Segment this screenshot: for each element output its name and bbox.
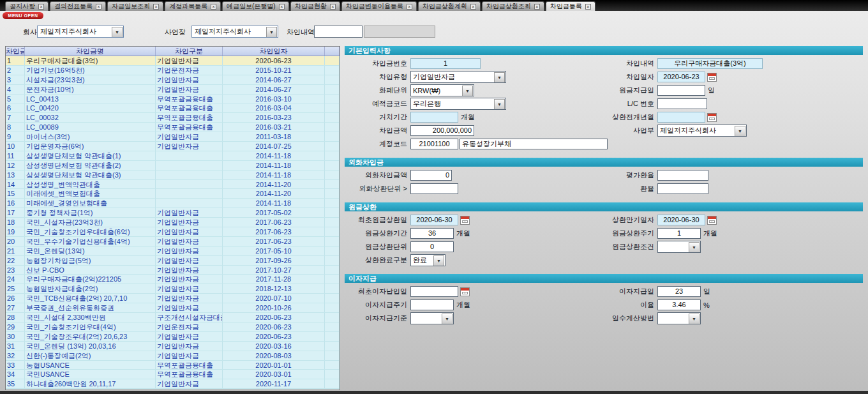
table-row[interactable]: 33농협USANCE무역포괄금융대출2020-01-01 xyxy=(6,361,340,370)
tab-close-icon[interactable]: × xyxy=(407,4,412,10)
tab-close-icon[interactable]: × xyxy=(38,4,44,10)
calendar-icon[interactable] xyxy=(460,216,470,225)
table-row[interactable]: 13삼성생명단체보험 약관대출(3)2014-11-18 xyxy=(6,170,340,180)
currency-select[interactable]: KRW(₩) xyxy=(410,84,474,96)
repay-condition-select[interactable] xyxy=(657,241,701,253)
tab-자금일보조회[interactable]: 자금일보조회× xyxy=(107,1,163,11)
interest-rate-input[interactable]: 3.46 xyxy=(657,299,701,310)
table-row[interactable]: 29국민_기술창조기업우대(4억)기업운전자금2020-06-23 xyxy=(6,322,340,332)
table-row[interactable]: 10기업운영자금(6억)기업일반자금2014-07-25 xyxy=(6,142,340,151)
pre-repay-ym-input[interactable] xyxy=(657,112,705,123)
repay-complete-select[interactable]: 완료 xyxy=(410,254,445,266)
table-row[interactable]: 31국민_온렌딩 (13억) 20,03,16기업일반자금2020-03-16 xyxy=(6,342,340,351)
deposit-code-select[interactable]: 우리은행 xyxy=(410,98,506,110)
calendar-icon[interactable] xyxy=(707,216,717,225)
table-row[interactable]: 17중기청 정책자금(1억)기업일반자금2017-05-02 xyxy=(6,208,340,218)
tab-차입금변동이율등록[interactable]: 차입금변동이율등록× xyxy=(341,1,417,11)
table-row[interactable]: 15미래에셋_변액보험대출2014-11-20 xyxy=(6,189,340,199)
tab-close-icon[interactable]: × xyxy=(96,4,101,10)
table-row[interactable]: 18국민_시설자금(23억3천)기업일반자금2017-06-23 xyxy=(6,218,340,227)
loan-date-input[interactable]: 2020-06-23 xyxy=(657,72,705,82)
loan-desc-input[interactable]: 우리구매자금대출(3억) xyxy=(657,58,763,69)
grid-header-name[interactable]: 차입금명 xyxy=(25,47,156,56)
day-count-method-select[interactable] xyxy=(657,312,701,324)
division-select[interactable]: 제일저지주식회사 xyxy=(657,125,747,137)
lc-no-input[interactable] xyxy=(657,98,707,109)
account-code-input[interactable]: 21001100 xyxy=(410,139,458,149)
table-row[interactable]: 2기업기보(16억5천)기업운전자금2015-10-21 xyxy=(6,66,340,75)
repay-unit-input[interactable]: 0 xyxy=(410,241,454,252)
table-row[interactable]: 6LC_00420무역포괄금융대출2016-03-04 xyxy=(6,103,340,113)
table-row[interactable]: 26국민_TCB신용대출(2억) 20,7,10기업일반자금2020-07-10 xyxy=(6,294,340,303)
menu-open-button[interactable]: MENU OPEN xyxy=(3,12,43,19)
table-row[interactable]: 25농협일반자금대출(2억)기업일반자금2018-12-13 xyxy=(6,284,340,294)
table-row[interactable]: 32신한(-)통장예금(2억)기업일반자금2020-08-03 xyxy=(6,351,340,361)
table-row[interactable]: 14삼성생명_변액약관대출2014-11-20 xyxy=(6,180,340,190)
tab-차입금현황[interactable]: 차입금현황× xyxy=(290,1,340,11)
interest-cycle-input[interactable] xyxy=(410,299,454,310)
loan-no-input[interactable]: 1 xyxy=(410,58,481,69)
tab-계정과목등록[interactable]: 계정과목등록× xyxy=(165,1,221,11)
calendar-icon[interactable] xyxy=(707,113,717,122)
grid-header-type[interactable]: 차입구분 xyxy=(156,47,223,56)
table-row[interactable]: 8LC_00089무역포괄금융대출2016-03-21 xyxy=(6,123,340,132)
repay-cycle-input[interactable]: 1 xyxy=(657,228,701,239)
tab-예금일보(은행별)[interactable]: 예금일보(은행별)× xyxy=(222,1,289,11)
table-row[interactable]: 9마이너스(3억)기업일반자금2011-03-18 xyxy=(6,132,340,142)
interest-day-input[interactable]: 23 xyxy=(657,286,701,297)
tab-close-icon[interactable]: × xyxy=(279,4,285,10)
site-select[interactable]: 제일저지주식회사 xyxy=(191,26,278,38)
tab-close-icon[interactable]: × xyxy=(330,4,336,10)
tab-차입금등록[interactable]: 차입금등록× xyxy=(546,1,595,11)
table-row[interactable]: 28국민_시설대 2,330백만원구조개선시설자금대출2020-06-23 xyxy=(6,313,340,322)
table-row[interactable]: 34국민USANCE무역포괄금융대출2020-03-01 xyxy=(6,370,340,379)
table-row[interactable]: 22농협장기차입금(5억)기업일반자금2017-09-26 xyxy=(6,256,340,266)
table-row[interactable]: 7LC_00032무역포괄금융대출2016-03-23 xyxy=(6,113,340,123)
loan-amount-input[interactable]: 200,000,000 xyxy=(410,125,474,136)
table-row[interactable]: 21국민_온렌딩(13억)기업일반자금2017-05-10 xyxy=(6,246,340,256)
tab-close-icon[interactable]: × xyxy=(211,4,216,10)
fx-repay-unit-input[interactable] xyxy=(410,183,458,194)
table-row[interactable]: 16미래에셋_경영인보험대출2014-11-18 xyxy=(6,199,340,208)
grid-header-date[interactable]: 차입일자 xyxy=(223,47,325,56)
tab-close-icon[interactable]: × xyxy=(585,4,591,10)
table-row[interactable]: 11삼성생명단체보험 약관대출(1)2014-11-18 xyxy=(6,151,340,161)
tab-close-icon[interactable]: × xyxy=(470,4,476,10)
interest-basis-select[interactable] xyxy=(410,312,454,324)
account-name-input[interactable]: 유동성장기부채 xyxy=(460,139,608,149)
eval-rate-input[interactable] xyxy=(657,170,708,181)
calendar-icon[interactable] xyxy=(707,73,717,82)
table-row[interactable]: 35하나대출260백만원 20,11,17기업일반자금2020-11-17 xyxy=(6,379,340,389)
table-row[interactable]: 5LC_00413무역포괄금융대출2016-03-10 xyxy=(6,95,340,104)
window-bottom-edge xyxy=(0,391,868,394)
repay-period-input[interactable]: 36 xyxy=(410,228,454,239)
table-row[interactable]: 24우리구매자금대출(2억)221205기업일반자금2017-11-28 xyxy=(6,275,340,284)
loan-type-select[interactable]: 기업일반자금 xyxy=(410,71,506,83)
table-row[interactable]: 12삼성생명단체보험 약관대출(2)2014-11-18 xyxy=(6,161,340,170)
table-row[interactable]: 23신보 P-CBO기업일반자금2017-10-27 xyxy=(6,266,340,275)
first-interest-date-input[interactable] xyxy=(410,286,458,297)
grid-header-code[interactable]: 차입금코드 xyxy=(6,47,25,56)
tab-차입금상환계획[interactable]: 차입금상환계획× xyxy=(418,1,481,11)
table-row[interactable]: 20국민_우수기술기업신용대출(4억)기업일반자금2017-06-23 xyxy=(6,237,340,246)
tab-차입금상환조회[interactable]: 차입금상환조회× xyxy=(482,1,544,11)
fx-amount-input[interactable]: 0 xyxy=(410,170,452,181)
table-row[interactable]: 19국민_기술창조기업우대대출(6억)기업일반자금2017-06-23 xyxy=(6,227,340,237)
table-row[interactable]: 1우리구매자금대출(3억)기업일반자금2020-06-23 xyxy=(6,56,340,66)
ex-rate-input[interactable] xyxy=(657,183,708,194)
table-row[interactable]: 4운전자금(10억)기업일반자금2014-06-27 xyxy=(6,85,340,95)
tab-결의전표등록[interactable]: 결의전표등록× xyxy=(50,1,106,11)
maturity-date-input[interactable]: 2020-06-30 xyxy=(657,215,705,225)
table-row[interactable]: 27부국증권_선순위유동화증권기업일반자금2020-10-26 xyxy=(6,303,340,313)
first-repay-date-input[interactable]: 2020-06-30 xyxy=(410,215,458,225)
calendar-icon[interactable] xyxy=(460,287,470,296)
company-select[interactable]: 제일저지주식회사 xyxy=(37,26,124,38)
table-row[interactable]: 30국민_기술창조우대(2억) 20,6,23기업일반자금2020-06-23 xyxy=(6,332,340,342)
tab-공지사항[interactable]: 공지사항× xyxy=(5,1,49,11)
tab-close-icon[interactable]: × xyxy=(534,4,540,10)
table-row[interactable]: 3시설자금(23억3천)기업일반자금2014-06-27 xyxy=(6,75,340,85)
grace-period-input[interactable] xyxy=(410,112,458,123)
tab-close-icon[interactable]: × xyxy=(153,4,159,10)
loan-desc-filter-input[interactable] xyxy=(314,26,363,38)
principal-pay-day-input[interactable] xyxy=(657,85,705,96)
